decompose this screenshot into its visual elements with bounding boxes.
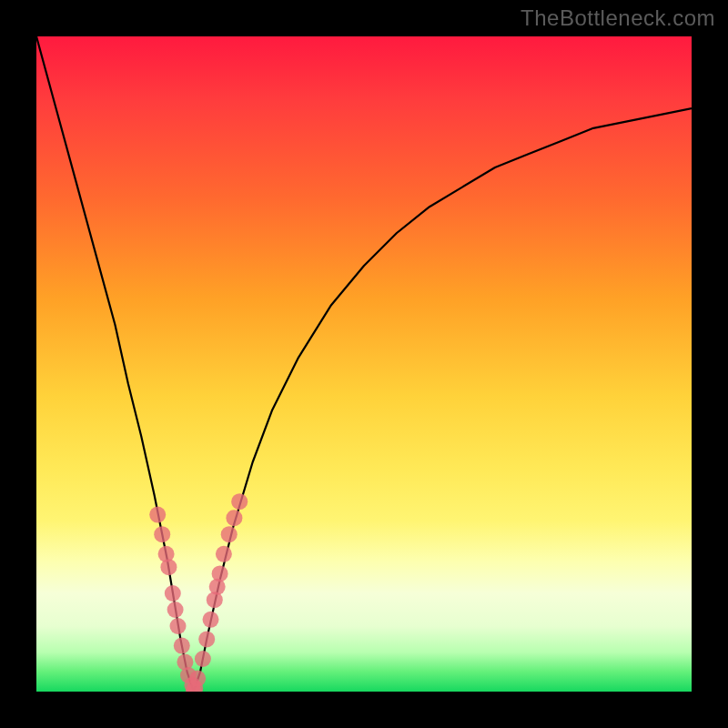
- data-point-marker: [198, 631, 215, 647]
- data-point-marker: [160, 559, 177, 575]
- data-point-marker: [221, 526, 238, 542]
- data-point-marker: [189, 671, 206, 687]
- data-point-marker: [226, 510, 242, 526]
- plot-area: [36, 36, 692, 692]
- data-point-marker: [170, 618, 187, 634]
- data-point-marker: [154, 526, 170, 542]
- data-point-marker: [174, 638, 190, 654]
- chart-frame: TheBottleneck.com: [0, 0, 728, 728]
- data-point-marker: [149, 507, 166, 523]
- bottleneck-curve: [36, 36, 692, 692]
- data-point-marker: [165, 585, 181, 602]
- data-point-marker: [212, 565, 228, 581]
- data-point-marker: [231, 493, 248, 510]
- data-point-marker: [195, 651, 211, 667]
- data-point-marker: [216, 546, 232, 562]
- data-point-marker: [203, 612, 219, 628]
- watermark-text: TheBottleneck.com: [521, 5, 715, 31]
- chart-svg: [36, 36, 692, 692]
- data-point-marker: [167, 602, 184, 618]
